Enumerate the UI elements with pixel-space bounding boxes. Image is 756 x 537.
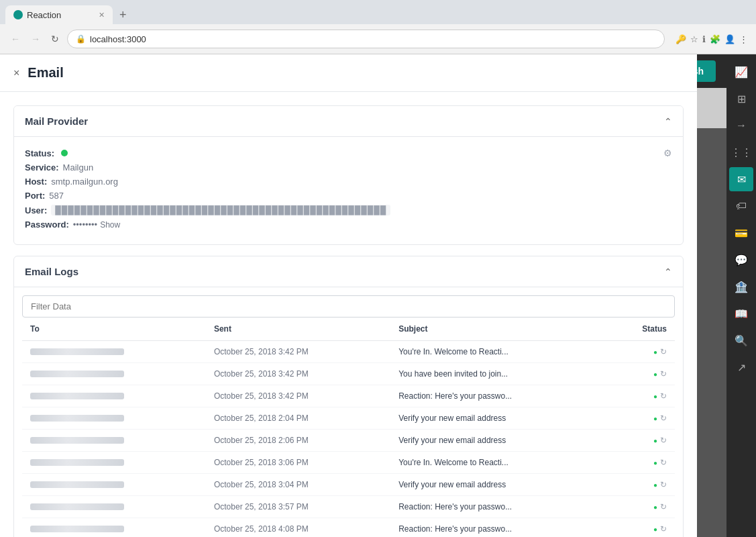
service-value: Mailgun xyxy=(63,162,94,173)
cell-to xyxy=(22,452,206,474)
tag-icon[interactable]: 🏷 xyxy=(729,194,753,218)
grid-icon[interactable]: ⊞ xyxy=(729,87,753,111)
cell-status: ● ↻ xyxy=(607,430,675,452)
service-row: Service: Mailgun xyxy=(25,162,672,173)
search-icon-2[interactable]: 🔍 xyxy=(729,328,753,352)
forward-button[interactable]: → xyxy=(28,31,43,47)
panel-header: × Email xyxy=(0,54,697,92)
share-icon[interactable]: ↗ xyxy=(729,355,753,379)
cell-to xyxy=(22,430,206,452)
address-input[interactable]: 🔒 localhost:3000 xyxy=(67,30,665,48)
cell-status: ● ↻ xyxy=(607,518,675,538)
new-tab-button[interactable]: + xyxy=(115,8,131,22)
cell-subject: Reaction: Here's your passwo... xyxy=(390,496,606,518)
cell-sent: October 25, 2018 3:06 PM xyxy=(206,452,390,474)
resend-icon[interactable]: ↻ xyxy=(660,413,667,423)
chat-icon[interactable]: 💬 xyxy=(729,248,753,272)
email-logs-header[interactable]: Email Logs ⌃ xyxy=(14,256,683,287)
browser-actions: 🔑 ☆ ℹ 🧩 👤 ⋮ xyxy=(676,34,748,44)
host-value: smtp.mailgun.org xyxy=(51,177,118,187)
resend-icon[interactable]: ↻ xyxy=(660,391,667,401)
cell-to xyxy=(22,496,206,518)
address-text: localhost:3000 xyxy=(90,34,146,44)
email-panel: × Email Mail Provider ⌃ Status: ⚙ xyxy=(0,54,697,537)
mail-provider-header[interactable]: Mail Provider ⌃ xyxy=(14,106,683,137)
logs-table-body: October 25, 2018 3:42 PM You're In. Welc… xyxy=(22,341,675,538)
cell-subject: You have been invited to join... xyxy=(390,363,606,385)
status-green-dot: ● xyxy=(653,503,657,511)
logs-content: To Sent Subject Status October 25, 2018 … xyxy=(14,287,683,537)
cell-subject: Reaction: Here's your passwo... xyxy=(390,385,606,407)
blurred-email xyxy=(30,526,124,532)
star-icon[interactable]: ☆ xyxy=(690,34,698,44)
show-password-button[interactable]: Show xyxy=(100,220,120,230)
resend-icon[interactable]: ↻ xyxy=(660,369,667,379)
resend-icon[interactable]: ↻ xyxy=(660,480,667,489)
mail-provider-section: Mail Provider ⌃ Status: ⚙ Service: Mailg… xyxy=(13,105,684,245)
menu-icon[interactable]: ⋮ xyxy=(739,34,748,44)
panel-close-button[interactable]: × xyxy=(13,67,19,79)
settings-gear-icon[interactable]: ⚙ xyxy=(663,148,672,158)
panel-title: Email xyxy=(28,65,63,81)
cell-status: ● ↻ xyxy=(607,363,675,385)
resend-icon[interactable]: ↻ xyxy=(660,436,667,445)
lock-icon: 🔒 xyxy=(76,34,86,44)
main-content: Edit mode + ⊞ 👁 Publish Reaction SHOP 🔍 … xyxy=(0,54,726,537)
blurred-email xyxy=(30,437,124,444)
apps-icon[interactable]: ⋮⋮ xyxy=(729,140,753,164)
port-row: Port: 587 xyxy=(25,191,672,201)
card-icon[interactable]: 💳 xyxy=(729,221,753,245)
table-row: October 25, 2018 3:42 PM Reaction: Here'… xyxy=(22,385,675,407)
extension-icon[interactable]: 🧩 xyxy=(710,34,720,44)
status-green-dot: ● xyxy=(653,481,657,489)
key-icon[interactable]: 🔑 xyxy=(676,34,686,44)
col-sent: Sent xyxy=(206,318,390,341)
cell-subject: Reaction: Here's your passwo... xyxy=(390,518,606,538)
user-label: User: xyxy=(25,205,47,215)
resend-icon[interactable]: ↻ xyxy=(660,524,667,534)
email-icon[interactable]: ✉ xyxy=(729,167,753,191)
tab-close[interactable]: ✕ xyxy=(99,11,105,19)
blurred-email xyxy=(30,393,124,399)
back-button[interactable]: ← xyxy=(8,31,23,47)
cell-sent: October 25, 2018 3:57 PM xyxy=(206,496,390,518)
filter-input[interactable] xyxy=(22,295,675,318)
resend-icon[interactable]: ↻ xyxy=(660,347,667,356)
password-row: Password: •••••••• Show xyxy=(25,219,672,230)
status-indicator xyxy=(61,150,68,156)
resend-icon[interactable]: ↻ xyxy=(660,502,667,511)
signin-icon[interactable]: → xyxy=(729,113,753,138)
cell-status: ● ↻ xyxy=(607,385,675,407)
mail-provider-toggle[interactable]: ⌃ xyxy=(664,116,672,127)
panel-body: Mail Provider ⌃ Status: ⚙ Service: Mailg… xyxy=(0,92,697,537)
table-header: To Sent Subject Status xyxy=(22,318,675,341)
right-sidebar: 📈⊞→⋮⋮✉🏷💳💬🏦📖🔍↗ xyxy=(726,54,756,537)
port-label: Port: xyxy=(25,191,45,201)
active-tab[interactable]: Reaction ✕ xyxy=(5,5,113,24)
cell-to xyxy=(22,474,206,496)
blurred-email xyxy=(30,503,124,510)
blurred-email xyxy=(30,415,124,422)
resend-icon[interactable]: ↻ xyxy=(660,458,667,467)
cell-subject: Verify your new email address xyxy=(390,474,606,496)
col-status: Status xyxy=(607,318,675,341)
cell-subject: You're In. Welcome to Reacti... xyxy=(390,452,606,474)
cell-sent: October 25, 2018 2:06 PM xyxy=(206,430,390,452)
cell-subject: Verify your new email address xyxy=(390,430,606,452)
status-label: Status: xyxy=(25,148,54,158)
blurred-email xyxy=(30,459,124,466)
book-icon[interactable]: 📖 xyxy=(729,301,753,326)
cell-sent: October 25, 2018 3:42 PM xyxy=(206,385,390,407)
info-icon[interactable]: ℹ xyxy=(702,34,706,44)
refresh-button[interactable]: ↻ xyxy=(48,31,62,47)
password-masked: •••••••• xyxy=(73,219,97,230)
logs-toggle[interactable]: ⌃ xyxy=(664,266,672,277)
cell-to xyxy=(22,518,206,538)
status-green-dot: ● xyxy=(653,459,657,467)
chart-icon[interactable]: 📈 xyxy=(729,60,753,84)
cell-status: ● ↻ xyxy=(607,341,675,363)
account-icon[interactable]: 👤 xyxy=(724,34,735,44)
bank-icon[interactable]: 🏦 xyxy=(729,275,753,299)
table-row: October 25, 2018 2:06 PM Verify your new… xyxy=(22,430,675,452)
port-value: 587 xyxy=(49,191,64,201)
